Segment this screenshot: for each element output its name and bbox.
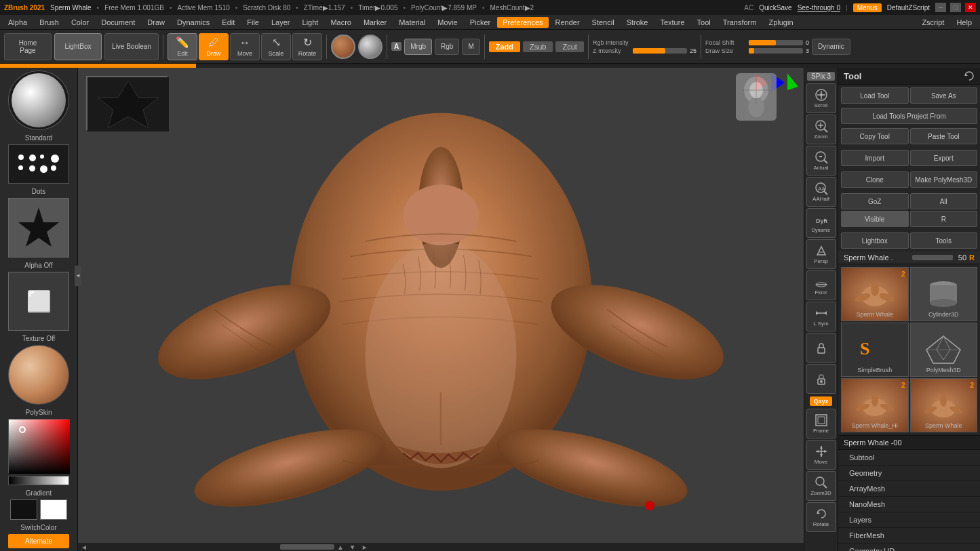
sub-item-subtool[interactable]: Subtool	[838, 450, 980, 466]
menu-zscript[interactable]: Zscript	[916, 17, 949, 28]
tool-thumb-sperm-whale-1[interactable]: 2 Sperm Whale	[841, 267, 909, 321]
menu-layer[interactable]: Layer	[266, 17, 296, 28]
maximize-btn[interactable]: □	[950, 3, 961, 12]
import-button[interactable]: Import	[841, 150, 909, 166]
menu-marker[interactable]: Marker	[358, 17, 392, 28]
swatch-black[interactable]	[10, 499, 37, 520]
rotate-nav-btn[interactable]: Rotate	[806, 502, 836, 532]
a-indicator[interactable]: A	[391, 42, 401, 51]
move-button[interactable]: ↔ Move	[230, 33, 260, 60]
close-btn[interactable]: ✕	[965, 3, 976, 12]
r-button[interactable]: R	[910, 211, 978, 227]
quick-save[interactable]: QuickSave	[759, 4, 791, 12]
m-button[interactable]: M	[462, 39, 479, 55]
sub-item-nanomesh[interactable]: NanoMesh	[838, 497, 980, 512]
sub-item-arraymesh[interactable]: ArrayMesh	[838, 481, 980, 497]
menu-file[interactable]: File	[241, 17, 264, 28]
menu-tool[interactable]: Tool	[692, 17, 716, 28]
aahalf-nav-btn[interactable]: AA AAHalf	[806, 177, 836, 207]
tools-button-right[interactable]: Tools	[910, 232, 978, 249]
load-tools-from-button[interactable]: Load Tools Project From	[841, 108, 977, 124]
mrgb-button[interactable]: Mrgb	[404, 39, 432, 55]
lock1-nav-btn[interactable]	[806, 333, 836, 363]
tool-thumb-polymesh3d[interactable]: PolyMesh3D	[910, 323, 978, 377]
sperm-whale-r[interactable]: R	[969, 253, 975, 262]
visible-button[interactable]: Visible	[841, 211, 909, 227]
dynamic-button[interactable]: Dynamic	[812, 39, 850, 55]
menu-help[interactable]: Help	[951, 17, 977, 28]
frame-nav-btn[interactable]: Frame	[806, 409, 836, 438]
floor-nav-btn[interactable]: Floor	[806, 270, 836, 300]
menu-movie[interactable]: Movie	[432, 17, 463, 28]
texture-thumbnail[interactable]: ⬜	[8, 272, 69, 331]
tool-thumb-sperm-whale-hi[interactable]: 2 Sperm Whale_Hi	[841, 378, 909, 432]
tool-thumb-simplebrush[interactable]: S SimpleBrush	[841, 323, 909, 377]
actual-nav-btn[interactable]: Actual	[806, 146, 836, 176]
color-picker[interactable]	[8, 419, 69, 473]
alpha-thumbnail[interactable]	[8, 198, 69, 258]
menu-material[interactable]: Material	[393, 17, 431, 28]
copy-tool-button[interactable]: Copy Tool	[841, 128, 909, 144]
zsub-button[interactable]: Zsub	[523, 41, 553, 52]
menu-render[interactable]: Render	[550, 17, 585, 28]
lightbox-button[interactable]: LightBox	[54, 33, 102, 60]
save-as-button[interactable]: Save As	[910, 87, 978, 104]
zcut-button[interactable]: Zcut	[555, 41, 583, 52]
menu-stencil[interactable]: Stencil	[587, 17, 620, 28]
menu-macro[interactable]: Macro	[325, 17, 357, 28]
standard-brush-thumbnail[interactable]	[8, 70, 69, 130]
scrollbar-thumb[interactable]	[280, 544, 334, 550]
scroll-nav-btn[interactable]: Scroll	[806, 83, 836, 113]
focal-shift-slider[interactable]	[749, 40, 803, 45]
lsym-nav-btn[interactable]: L Sym	[806, 302, 836, 331]
polyskin-sphere[interactable]	[8, 345, 69, 405]
lock2-nav-btn[interactable]	[806, 364, 836, 394]
goz-button[interactable]: GoZ	[841, 193, 909, 209]
rotate-button[interactable]: ↻ Rotate	[292, 33, 322, 60]
viewport[interactable]: ◄ ▲ ▼ ►	[78, 68, 804, 551]
sub-item-fibermesh[interactable]: FiberMesh	[838, 528, 980, 544]
xyz-badge[interactable]: Qxyz	[810, 396, 833, 406]
menu-brush[interactable]: Brush	[34, 17, 64, 28]
swatch-white[interactable]	[40, 499, 67, 520]
menu-texture[interactable]: Texture	[654, 17, 690, 28]
menus-label[interactable]: Menus	[853, 3, 882, 12]
gradient-bar[interactable]	[8, 476, 69, 485]
menu-alpha[interactable]: Alpha	[3, 17, 33, 28]
draw-size-slider[interactable]	[749, 48, 803, 54]
sub-item-geometry[interactable]: Geometry	[838, 466, 980, 481]
rgb-button[interactable]: Rgb	[435, 39, 459, 55]
menu-light[interactable]: Light	[297, 17, 324, 28]
scroll-left-icon[interactable]: ◄	[78, 544, 90, 551]
home-page-button[interactable]: Home Page	[4, 33, 52, 60]
live-boolean-button[interactable]: Live Boolean	[104, 33, 159, 60]
menu-draw[interactable]: Draw	[142, 17, 170, 28]
dots-thumbnail[interactable]	[8, 144, 69, 184]
draw-button[interactable]: 🖊 Draw	[199, 33, 229, 60]
scroll-right-icon[interactable]: ►	[359, 544, 371, 551]
paste-tool-button[interactable]: Paste Tool	[910, 128, 978, 144]
export-button[interactable]: Export	[910, 150, 978, 166]
menu-zplugin[interactable]: Zplugin	[763, 17, 798, 28]
menu-color[interactable]: Color	[66, 17, 94, 28]
left-collapse-button[interactable]: ◄	[75, 266, 81, 286]
sub-item-geometryhd[interactable]: Geometry HD	[838, 544, 980, 551]
bottom-scrollbar[interactable]: ◄ ▲ ▼ ►	[78, 543, 804, 551]
lightbox-button-right[interactable]: Lightbox	[841, 232, 909, 249]
minimize-btn[interactable]: ─	[935, 3, 946, 12]
scale-button[interactable]: ⤡ Scale	[261, 33, 291, 60]
menu-edit[interactable]: Edit	[216, 17, 240, 28]
zoom3d-nav-btn[interactable]: Zoom3D	[806, 471, 836, 501]
alternate-button[interactable]: Alternate	[8, 534, 69, 548]
tool-thumb-cylinder[interactable]: Cylinder3D	[910, 267, 978, 321]
menu-stroke[interactable]: Stroke	[621, 17, 654, 28]
menu-transform[interactable]: Transform	[718, 17, 762, 28]
scroll-down-icon[interactable]: ▼	[347, 544, 359, 551]
menu-document[interactable]: Document	[96, 17, 140, 28]
all-button[interactable]: All	[910, 193, 978, 209]
sperm-whale-slider[interactable]	[912, 255, 953, 260]
see-through[interactable]: See-through 0	[798, 4, 840, 12]
load-tool-button[interactable]: Load Tool	[841, 87, 909, 104]
persp-nav-btn[interactable]: Persp	[806, 239, 836, 269]
refresh-icon[interactable]	[964, 70, 975, 81]
